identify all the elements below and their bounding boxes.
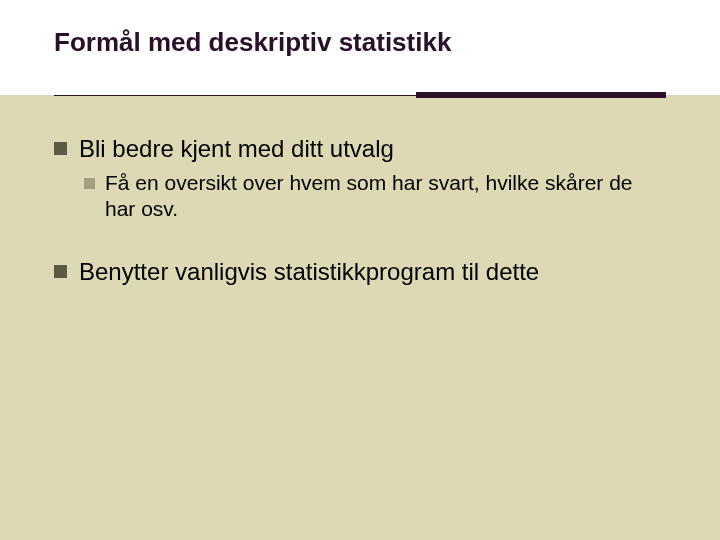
slide: Formål med deskriptiv statistikk Bli bed… — [0, 0, 720, 540]
title-underline — [54, 92, 666, 100]
body-area: Bli bedre kjent med ditt utvalg Få en ov… — [54, 134, 666, 293]
title-area: Formål med deskriptiv statistikk — [54, 28, 666, 58]
slide-title: Formål med deskriptiv statistikk — [54, 28, 666, 58]
bullet-level1: Benytter vanligvis statistikkprogram til… — [54, 257, 666, 287]
bullet-text: Få en oversikt over hvem som har svart, … — [105, 170, 666, 223]
bullet-text: Benytter vanligvis statistikkprogram til… — [79, 257, 666, 287]
bullet-level2: Få en oversikt over hvem som har svart, … — [84, 170, 666, 223]
square-bullet-icon — [54, 142, 67, 155]
square-bullet-icon — [54, 265, 67, 278]
bullet-text: Bli bedre kjent med ditt utvalg — [79, 134, 666, 164]
bullet-level1: Bli bedre kjent med ditt utvalg — [54, 134, 666, 164]
square-bullet-icon — [84, 178, 95, 189]
title-underline-thick — [416, 92, 666, 98]
spacer — [54, 229, 666, 257]
